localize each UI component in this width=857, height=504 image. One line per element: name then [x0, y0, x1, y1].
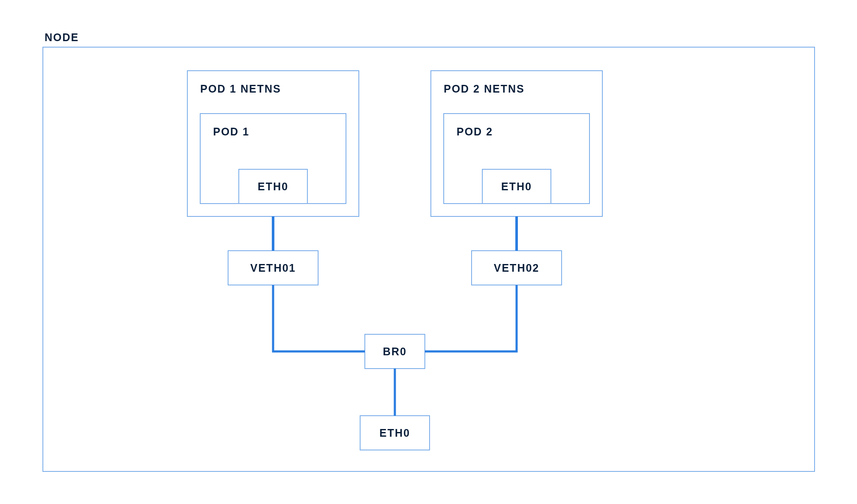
pod2-label: POD 2 — [457, 126, 493, 138]
pod2-eth0-label: ETH0 — [501, 180, 532, 193]
node-box — [43, 47, 815, 471]
node-eth0-label: ETH0 — [379, 427, 410, 439]
br0-label: BR0 — [383, 345, 407, 358]
pod1-label: POD 1 — [213, 126, 250, 138]
pod2-netns-label: POD 2 NETNS — [444, 83, 525, 95]
node-label: NODE — [45, 31, 79, 44]
diagram-frame: NODE POD 1 NETNS POD 1 ETH0 VETH01 POD 2… — [43, 30, 815, 476]
veth02-label: VETH02 — [494, 262, 539, 274]
veth01-label: VETH01 — [250, 262, 296, 274]
pod1-netns-label: POD 1 NETNS — [200, 83, 281, 95]
pod1-eth0-label: ETH0 — [258, 180, 289, 193]
diagram-svg — [43, 30, 815, 476]
